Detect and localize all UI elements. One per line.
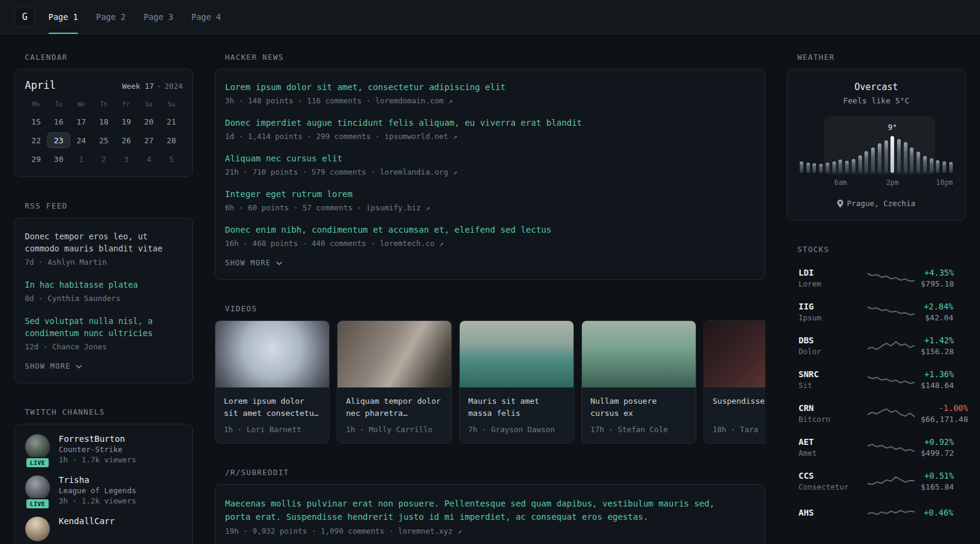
video-thumbnail[interactable] [704,321,765,387]
stock-ticker: AHS [799,508,861,517]
stock-row[interactable]: SNRCSit +1.36%$148.64 [787,363,965,397]
stock-name: Bitcorn [799,415,861,424]
video-thumbnail[interactable] [338,321,451,387]
stock-row[interactable]: AHS +0.46% [787,498,965,528]
chevron-down-icon [276,261,283,265]
hn-item-domain-link[interactable]: loremtech.co ↗ [380,239,443,248]
app-logo[interactable]: G [15,7,35,27]
tab-page-4[interactable]: Page 4 [191,0,221,34]
stock-change: +4.35% [921,268,954,277]
subreddit-post-title[interactable]: Maecenas mollis pulvinar erat non posuer… [225,497,722,523]
tab-page-2[interactable]: Page 2 [96,0,126,34]
rss-item-title[interactable]: Sed volutpat nulla nisl, a condimentum n… [25,315,183,339]
video-card[interactable]: Lorem ipsum dolor sit amet consectetu… 1… [215,320,330,444]
hour-label: 6am [838,178,842,187]
weather-bar: 9° [890,134,894,173]
video-title[interactable]: Mauris sit amet massa felis [468,395,565,419]
hn-item-title[interactable]: Lorem ipsum dolor sit amet, consectetur … [225,82,755,93]
calendar-day: 19 [115,114,137,129]
hour-label [923,178,927,187]
stock-sparkline [867,405,915,422]
stock-row[interactable]: LDILorem +4.35%$795.18 [787,261,965,295]
weather-widget: WEATHER Overcast Feels like 5°C 9° 6am2p… [787,53,965,221]
weather-bar [864,134,868,173]
weekday-label: Su [160,101,183,108]
stock-row[interactable]: IIGIpsum +2.84%$42.04 [787,295,965,329]
stock-row[interactable]: CCSConsectetur +0.51%$165.84 [787,464,965,498]
video-title[interactable]: Suspendisse diam [713,395,765,419]
video-card[interactable]: Nullam posuere cursus ex 17h · Stefan Co… [581,320,696,444]
calendar-day: 23 [47,132,70,148]
hour-label [826,178,829,187]
stock-name: Ipsum [799,313,861,322]
hn-item-title[interactable]: Integer eget rutrum lorem [225,189,755,200]
hn-item-domain-link[interactable]: loremlandia.org ↗ [380,167,457,176]
subreddit-post-domain-link[interactable]: loremnet.xyz ↗ [398,526,462,536]
hn-item-title[interactable]: Donec imperdiet augue tincidunt felis al… [225,117,755,129]
hn-item-domain-link[interactable]: loremdomain.com ↗ [375,96,452,105]
weather-bar [858,134,862,173]
video-meta: 18h · Tara [713,425,765,434]
tab-page-3[interactable]: Page 3 [144,0,174,34]
channel-name: Trisha [59,475,136,485]
tab-page-1[interactable]: Page 1 [48,0,78,34]
calendar-day: 25 [93,132,115,148]
stock-row[interactable]: DBSDolor +1.42%$156.28 [787,329,965,363]
stock-row[interactable]: AETAmet +0.92%$499.72 [787,430,965,464]
hour-label [930,178,933,187]
weather-bar [871,134,875,173]
twitch-channel[interactable]: KendallCarr [25,516,183,542]
video-title[interactable]: Aliquam tempor dolor nec pharetra… [346,395,443,419]
calendar-day: 16 [47,114,70,129]
video-thumbnail[interactable] [460,321,573,387]
calendar-day: 5 [160,151,183,167]
calendar-widget: CALENDAR April Week 17·2024 Mo Tu We Th … [15,53,193,177]
video-thumbnail[interactable] [582,321,696,387]
rss-show-more-button[interactable]: SHOW MORE [25,362,82,371]
twitch-channel[interactable]: LIVE ForrestBurton Counter-Strike 1h · 1… [25,434,183,464]
weather-bar [904,134,907,173]
current-temp-label: 9° [888,123,897,132]
weather-chart: 9° [797,118,955,173]
rss-card: Donec tempor eros leo, ut commodo mauris… [15,218,193,383]
calendar-month: April [25,79,56,91]
hn-item: Donec imperdiet augue tincidunt felis al… [225,117,755,141]
stock-change: +0.92% [921,437,954,447]
hn-item-domain-link[interactable]: ipsumify.biz ↗ [366,203,430,212]
stocks-widget: STOCKS LDILorem +4.35%$795.18 IIGIpsum +… [787,245,965,528]
video-meta: 7h · Grayson Dawson [468,425,565,434]
weather-bar [819,134,823,173]
weekday-label: We [70,101,93,108]
right-column: WEATHER Overcast Feels like 5°C 9° 6am2p… [787,53,965,544]
stock-row[interactable]: CRNBitcorn -1.00%$66,171.48 [787,397,965,430]
channel-name: ForrestBurton [59,434,136,444]
weather-bar [806,134,810,173]
weather-bar [930,134,933,173]
channel-avatar-image [25,434,50,459]
stocks-section-title: STOCKS [797,245,965,254]
video-card[interactable]: Aliquam tempor dolor nec pharetra… 1h · … [337,320,452,444]
video-thumbnail[interactable] [215,321,329,387]
video-title[interactable]: Nullam posuere cursus ex [590,395,687,419]
hn-item-title[interactable]: Aliquam nec cursus elit [225,153,755,164]
rss-item-title[interactable]: In hac habitasse platea [25,279,183,291]
twitch-channel[interactable]: LIVE Trisha League of Legends 3h · 1.2k … [25,475,183,505]
hour-label [897,178,901,187]
subreddit-post-meta-text: 19h · 9,932 points · 1,090 comments · [225,526,393,536]
rss-item: In hac habitasse platea 8d · Cynthia Sau… [25,279,183,303]
hour-label [878,178,881,187]
rss-item-title[interactable]: Donec tempor eros leo, ut commodo mauris… [25,230,183,254]
weekday-label: Th [93,101,115,108]
video-card[interactable]: Mauris sit amet massa felis 7h · Grayson… [459,320,574,444]
hn-show-more-button[interactable]: SHOW MORE [225,259,283,267]
calendar-year: 2024 [165,82,183,91]
video-card[interactable]: Suspendisse diam 18h · Tara [704,320,765,444]
hn-item-meta-text: 1d · 1,414 points · 299 comments · [225,132,380,141]
hn-item-domain-link[interactable]: ipsumworld.net ↗ [384,132,457,141]
weather-location-label: Prague, Czechia [847,199,915,208]
rss-item-meta: 8d · Cynthia Saunders [25,294,183,303]
hn-item-title[interactable]: Donec enim nibh, condimentum et accumsan… [225,224,755,236]
channel-avatar-image [25,516,50,542]
video-title[interactable]: Lorem ipsum dolor sit amet consectetu… [224,395,321,419]
stock-change: +1.42% [921,335,954,345]
